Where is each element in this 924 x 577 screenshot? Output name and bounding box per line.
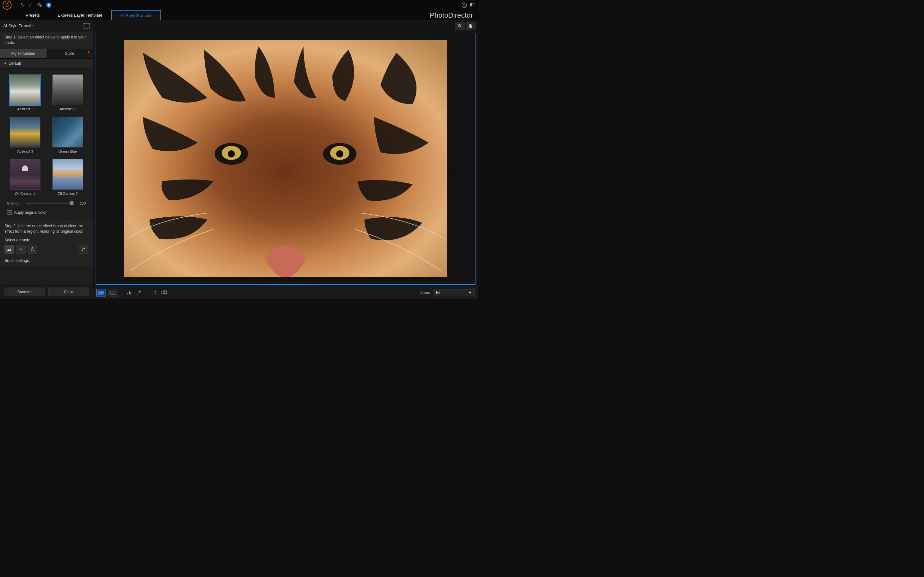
- checkbox-label: Apply original color: [14, 210, 47, 215]
- brush-erase-icon[interactable]: [16, 245, 26, 254]
- svg-point-4: [19, 248, 22, 250]
- redo-icon[interactable]: [28, 2, 34, 8]
- template-label: Abstract 2: [60, 107, 76, 111]
- template-label: Oil Canvas 1: [15, 192, 35, 195]
- brand-label: PhotoDirector: [430, 10, 473, 20]
- template-abstract-1[interactable]: Abstract 1: [7, 74, 43, 111]
- step1-text: Step 1. Select an effect below to apply …: [0, 31, 93, 49]
- svg-point-12: [336, 150, 343, 157]
- subtab-my-templates[interactable]: My Templates: [0, 49, 47, 59]
- popout-icon[interactable]: [83, 23, 89, 29]
- main-tabs: Presets Express Layer Template AI Style …: [0, 10, 478, 21]
- brush-settings-label: Brush settings:: [5, 258, 88, 263]
- sidebar-title: AI Style Transfer: [3, 23, 34, 28]
- save-as-button[interactable]: Save as: [4, 287, 45, 296]
- brush-icon[interactable]: [136, 289, 143, 296]
- svg-point-11: [228, 150, 235, 157]
- store-badge: [88, 51, 89, 53]
- template-thumb: [52, 74, 83, 105]
- brush-restore-icon[interactable]: [27, 245, 37, 254]
- zoom-value: Fit: [436, 290, 440, 295]
- chevron-down-icon: ▼: [468, 290, 472, 295]
- select-brush-label: Select a brush:: [5, 238, 88, 242]
- template-oil-canvas-2[interactable]: Oil Canvas 2: [50, 159, 86, 195]
- app-logo: [3, 1, 11, 10]
- undo-icon[interactable]: [19, 2, 25, 8]
- group-default[interactable]: ▼ Default: [0, 59, 93, 69]
- account-icon[interactable]: [461, 2, 467, 8]
- sidebar: AI Style Transfer Step 1. Select an effe…: [0, 21, 93, 299]
- zoom-tool-icon[interactable]: [455, 22, 465, 30]
- slider-thumb[interactable]: [70, 201, 73, 205]
- svg-rect-14: [111, 291, 113, 294]
- template-thumb: [10, 74, 40, 105]
- checkbox-icon: [7, 210, 11, 215]
- subtab-store[interactable]: Store: [47, 49, 93, 59]
- svg-rect-17: [129, 292, 130, 294]
- canvas-area: Zoom: Fit ▼: [93, 21, 478, 299]
- title-bar: [0, 0, 478, 10]
- zoom-label: Zoom:: [420, 290, 431, 295]
- template-label: Abstract 1: [17, 107, 33, 111]
- compare-icon[interactable]: [160, 289, 168, 296]
- template-label: Abstract 3: [17, 149, 33, 153]
- view-split-icon[interactable]: [108, 289, 118, 297]
- fullscreen-icon[interactable]: [470, 2, 475, 8]
- svg-rect-3: [470, 3, 472, 6]
- template-thumb: [10, 159, 40, 190]
- template-thumb: [52, 159, 83, 190]
- gear-icon[interactable]: [37, 2, 43, 8]
- template-label: Ocean Blue: [58, 149, 77, 153]
- template-ocean-blue[interactable]: Ocean Blue: [50, 117, 86, 153]
- group-label: Default: [9, 61, 21, 66]
- view-single-icon[interactable]: [96, 289, 106, 297]
- svg-point-5: [458, 24, 460, 27]
- canvas-image: [124, 40, 447, 277]
- template-thumb: [52, 117, 83, 147]
- pan-tool-icon[interactable]: [466, 22, 475, 30]
- template-oil-canvas-1[interactable]: Oil Canvas 1: [7, 159, 43, 195]
- template-label: Oil Canvas 2: [57, 192, 78, 195]
- svg-rect-15: [113, 291, 116, 294]
- apply-original-color-checkbox[interactable]: Apply original color: [0, 207, 93, 220]
- clear-button[interactable]: Clear: [48, 287, 89, 296]
- tab-presets[interactable]: Presets: [17, 10, 49, 20]
- svg-rect-18: [131, 292, 132, 294]
- svg-rect-16: [128, 293, 128, 294]
- svg-rect-13: [99, 291, 104, 294]
- brush-swap-icon[interactable]: [79, 245, 88, 254]
- template-abstract-3[interactable]: Abstract 3: [7, 117, 43, 153]
- sidebar-header: AI Style Transfer: [0, 21, 93, 31]
- image-viewport[interactable]: [95, 33, 475, 285]
- strength-label: Strength: [7, 201, 23, 205]
- template-thumb: [10, 117, 40, 147]
- svg-point-1: [464, 4, 465, 5]
- chevron-down-icon: ▼: [4, 62, 7, 65]
- rotate-icon[interactable]: [151, 289, 158, 296]
- tab-ai-style-transfer[interactable]: AI Style Transfer: [111, 10, 161, 20]
- template-abstract-2[interactable]: Abstract 2: [50, 74, 86, 111]
- notification-icon[interactable]: [46, 3, 51, 8]
- tab-express-layer-template[interactable]: Express Layer Template: [49, 10, 111, 20]
- step2-text: Step 2. Use the erase effect brush to cl…: [5, 223, 88, 235]
- strength-value: 100: [77, 201, 86, 205]
- brush-effect-icon[interactable]: [5, 245, 14, 254]
- strength-slider[interactable]: [26, 203, 73, 204]
- histogram-icon[interactable]: [126, 289, 133, 296]
- zoom-select[interactable]: Fit ▼: [433, 289, 475, 296]
